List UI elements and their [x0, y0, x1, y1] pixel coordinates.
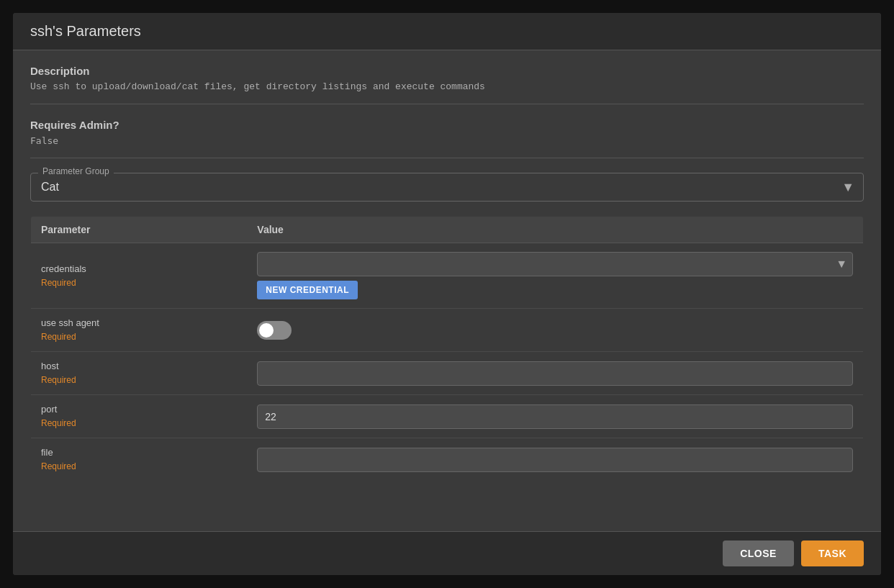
param-name: host — [41, 361, 237, 371]
requires-admin-label: Requires Admin? — [30, 119, 864, 131]
param-name: port — [41, 404, 237, 415]
param-value-cell — [247, 438, 863, 481]
new-credential-button[interactable]: NEW CREDENTIAL — [257, 281, 358, 299]
param-value-cell — [247, 352, 863, 395]
param-required: Required — [41, 375, 76, 385]
parameter-group-select[interactable]: Cat Dog Execute — [41, 181, 853, 193]
description-value: Use ssh to upload/download/cat files, ge… — [30, 81, 864, 92]
param-value-cell — [247, 309, 863, 352]
modal-header: ssh's Parameters — [13, 13, 881, 50]
close-button[interactable]: CLOSE — [723, 540, 794, 566]
requires-admin-value: False — [30, 135, 864, 146]
toggle-slider — [257, 321, 292, 340]
modal-title: ssh's Parameters — [30, 23, 141, 39]
modal-container: ssh's Parameters Description Use ssh to … — [13, 13, 881, 575]
table-row: credentials Required ▼ NEW CREDENTIAL — [31, 243, 864, 309]
param-name: file — [41, 447, 237, 458]
table-row: file Required — [31, 438, 864, 481]
param-value-cell — [247, 395, 863, 438]
table-row: host Required — [31, 352, 864, 395]
parameter-group-label: Parameter Group — [38, 166, 114, 176]
task-button[interactable]: TASK — [801, 540, 864, 566]
col-parameter-header: Parameter — [31, 217, 248, 243]
credential-dropdown-wrapper: ▼ — [257, 252, 853, 276]
text-input[interactable] — [257, 361, 853, 386]
col-value-header: Value — [247, 217, 863, 243]
table-row: port Required — [31, 395, 864, 438]
text-input[interactable] — [257, 448, 853, 472]
param-required: Required — [41, 418, 76, 428]
param-value-cell: ▼ NEW CREDENTIAL — [247, 243, 863, 309]
param-required: Required — [41, 461, 76, 471]
modal-body: Description Use ssh to upload/download/c… — [13, 50, 881, 531]
requires-admin-section: Requires Admin? False — [30, 119, 864, 158]
toggle-switch[interactable] — [257, 321, 292, 340]
text-input[interactable] — [257, 404, 853, 429]
table-row: use ssh agent Required — [31, 309, 864, 352]
parameter-group-wrapper: Parameter Group Cat Dog Execute ▼ — [30, 173, 864, 202]
param-required: Required — [41, 278, 76, 288]
credential-select[interactable] — [257, 252, 853, 276]
description-label: Description — [30, 65, 864, 77]
modal-footer: CLOSE TASK — [13, 531, 881, 575]
description-section: Description Use ssh to upload/download/c… — [30, 65, 864, 104]
param-name: credentials — [41, 263, 237, 274]
table-header-row: Parameter Value — [31, 217, 864, 243]
param-name: use ssh agent — [41, 317, 237, 328]
parameters-table: Parameter Value credentials Required ▼ N… — [30, 216, 864, 481]
param-required: Required — [41, 332, 76, 342]
